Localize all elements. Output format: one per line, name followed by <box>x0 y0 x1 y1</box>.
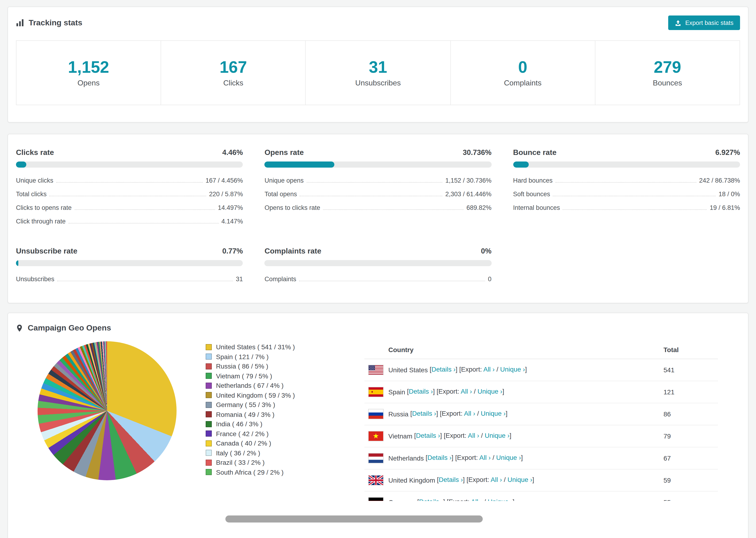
dotted-leader <box>553 196 716 196</box>
metric-value: 242 / 86.738% <box>699 177 740 184</box>
legend-item: South Africa ( 29 / 2% ) <box>206 467 348 477</box>
export-prefix: [Export: <box>447 498 469 501</box>
rate-rows: Hard bounces 242 / 86.738% Soft bounces … <box>513 174 740 215</box>
rate-rows: Unique opens 1,152 / 30.736% Total opens… <box>265 174 492 215</box>
geo-table-header-row: Country Total <box>364 340 718 359</box>
stat-value: 0 <box>518 58 527 77</box>
details-link[interactable]: Details › <box>432 365 456 373</box>
dotted-leader <box>299 281 485 281</box>
bracket-close-2: ] <box>513 498 514 501</box>
metric-row: Complaints 0 <box>265 272 492 286</box>
export-unique-link[interactable]: Unique › <box>496 454 521 461</box>
metric-row: Hard bounces 242 / 86.738% <box>513 174 740 187</box>
metric-row: Clicks to opens rate 14.497% <box>16 201 243 215</box>
bracket-close-1: ] <box>463 476 465 483</box>
legend-swatch <box>206 421 212 427</box>
country-flag <box>368 409 384 419</box>
details-link[interactable]: Details › <box>428 454 452 461</box>
geo-table-wrap: Country Total United States [Details ›] … <box>364 340 718 501</box>
geo-table-row: United States [Details ›] [Export: All ›… <box>364 359 718 381</box>
legend-item: Vietnam ( 79 / 5% ) <box>206 371 348 381</box>
bracket-close-1: ] <box>440 432 442 439</box>
rate-progress-bar <box>16 260 243 266</box>
horizontal-scrollbar-thumb[interactable] <box>225 515 483 522</box>
details-link[interactable]: Details › <box>419 498 443 501</box>
geo-opens-pie-chart <box>37 341 177 480</box>
export-all-link[interactable]: All › <box>468 432 479 439</box>
export-all-link[interactable]: All › <box>483 365 495 373</box>
legend-item: Romania ( 49 / 3% ) <box>206 409 348 419</box>
export-all-link[interactable]: All › <box>479 454 491 461</box>
legend-swatch <box>206 450 212 456</box>
rate-value: 6.927% <box>715 148 740 157</box>
country-total: 86 <box>660 403 718 425</box>
metric-label: Internal bounces <box>513 204 560 211</box>
legend-swatch <box>206 459 212 466</box>
bracket-close-1: ] <box>433 388 435 395</box>
metric-label: Unsubscribes <box>16 276 54 283</box>
rate-panel: Unsubscribe rate 0.77% Unsubscribes 31 <box>16 247 243 286</box>
stat-value: 31 <box>369 58 387 77</box>
bracket-close-1: ] <box>452 454 453 461</box>
geo-table-row: Spain [Details ›] [Export: All › / Uniqu… <box>364 381 718 403</box>
country-name: Netherlands <box>388 455 424 462</box>
dotted-leader <box>56 182 203 183</box>
export-unique-link[interactable]: Unique › <box>485 432 510 439</box>
bracket-open: [ <box>410 409 412 417</box>
slash: / <box>481 432 483 439</box>
metric-label: Complaints <box>265 276 296 283</box>
metric-value: 1,152 / 30.736% <box>445 177 492 184</box>
country-total: 121 <box>660 381 718 403</box>
export-unique-link[interactable]: Unique › <box>500 365 525 373</box>
export-all-link[interactable]: All › <box>471 498 482 501</box>
country-flag <box>368 387 384 397</box>
geo-opens-card: Campaign Geo Opens United States ( 541 /… <box>8 313 748 538</box>
total-column-header: Total <box>660 340 718 359</box>
slash: / <box>497 365 499 373</box>
metric-row: Unique opens 1,152 / 30.736% <box>265 174 492 187</box>
stat-label: Opens <box>78 79 99 87</box>
legend-item: Brazil ( 33 / 2% ) <box>206 458 348 467</box>
legend-label: Vietnam ( 79 / 5% ) <box>216 371 272 381</box>
stat-label: Clicks <box>223 79 243 87</box>
details-link[interactable]: Details › <box>416 432 440 439</box>
geo-table-row: Netherlands [Details ›] [Export: All › /… <box>364 447 718 469</box>
export-unique-link[interactable]: Unique › <box>488 498 513 501</box>
country-flag <box>368 497 384 501</box>
export-unique-link[interactable]: Unique › <box>507 476 532 483</box>
legend-label: United Kingdom ( 59 / 3% ) <box>216 390 295 400</box>
export-all-link[interactable]: All › <box>464 409 475 417</box>
export-unique-link[interactable]: Unique › <box>481 409 506 417</box>
metric-row: Total opens 2,303 / 61.446% <box>265 187 492 201</box>
legend-swatch <box>206 469 212 475</box>
export-basic-stats-label: Export basic stats <box>685 19 733 26</box>
slash: / <box>493 454 495 461</box>
rate-panel: Complaints rate 0% Complaints 0 <box>265 247 492 286</box>
legend-swatch <box>206 392 212 398</box>
stat-value: 279 <box>654 58 681 77</box>
geo-content: United States ( 541 / 31% ) Spain ( 121 … <box>16 340 740 501</box>
export-unique-link[interactable]: Unique › <box>477 388 503 395</box>
bar-chart-icon <box>16 19 24 27</box>
bracket-close-1: ] <box>436 409 438 417</box>
country-name: Vietnam <box>388 432 412 440</box>
legend-item: India ( 46 / 3% ) <box>206 419 348 429</box>
export-all-link[interactable]: All › <box>491 476 502 483</box>
export-all-link[interactable]: All › <box>460 388 472 395</box>
legend-swatch <box>206 383 212 389</box>
export-basic-stats-button[interactable]: Export basic stats <box>669 16 740 30</box>
legend-item: United States ( 541 / 31% ) <box>206 342 348 352</box>
legend-swatch <box>206 344 212 350</box>
rate-bar-fill <box>16 161 26 168</box>
bracket-open: [ <box>430 365 432 373</box>
rate-progress-bar <box>16 161 243 168</box>
metric-label: Total clicks <box>16 190 47 198</box>
bracket-close-2: ] <box>521 454 523 461</box>
details-link[interactable]: Details › <box>409 388 433 395</box>
details-link[interactable]: Details › <box>412 409 436 417</box>
rate-panel: Clicks rate 4.46% Unique clicks 167 / 4.… <box>16 148 243 228</box>
metric-row: Soft bounces 18 / 0% <box>513 187 740 201</box>
details-link[interactable]: Details › <box>439 476 463 483</box>
stat-value: 1,152 <box>68 58 109 77</box>
rate-progress-bar <box>513 161 740 168</box>
